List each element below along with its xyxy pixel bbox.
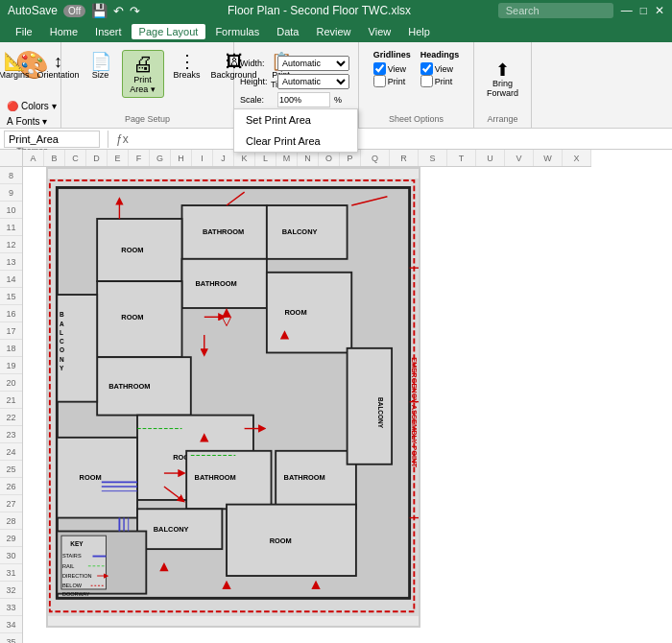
gridlines-view-check[interactable] — [373, 62, 386, 75]
row-header-24: 24 — [0, 443, 22, 461]
col-header-B[interactable]: B — [44, 150, 65, 166]
row-numbers: 8910111213141516171819202122232425262728… — [0, 167, 23, 643]
row-header-21: 21 — [0, 392, 22, 409]
menu-review[interactable]: Review — [308, 24, 358, 39]
row-header-30: 30 — [0, 547, 22, 564]
autosave-toggle[interactable]: Off — [63, 5, 85, 17]
row-header-16: 16 — [0, 305, 22, 322]
redo-icon[interactable]: ↷ — [130, 4, 140, 18]
row-header-18: 18 — [0, 340, 22, 357]
headings-col: Headings View Print — [420, 50, 460, 112]
menu-data[interactable]: Data — [269, 24, 306, 39]
col-header-T[interactable]: T — [447, 150, 476, 166]
menu-file[interactable]: File — [8, 24, 40, 39]
svg-text:O: O — [60, 346, 64, 353]
col-header-R[interactable]: R — [390, 150, 419, 166]
col-header-A[interactable]: A — [23, 150, 44, 166]
menu-view[interactable]: View — [361, 24, 399, 39]
svg-text:BELOW: BELOW — [62, 583, 83, 588]
svg-text:ROOM: ROOM — [121, 246, 143, 254]
headings-print-check[interactable] — [420, 75, 433, 87]
svg-text:BATHROOM: BATHROOM — [195, 474, 236, 483]
bring-forward-btn[interactable]: ⬆ Bring Forward — [476, 59, 529, 101]
svg-text:B: B — [60, 311, 64, 318]
svg-text:DIRECTION: DIRECTION — [62, 573, 92, 579]
col-header-V[interactable]: V — [505, 150, 534, 166]
svg-text:BATHROOM: BATHROOM — [284, 474, 325, 483]
title-bar-right: — □ ✕ — [498, 3, 664, 18]
spreadsheet-area: ABCDEFGHIJKLMNOPQRSTUVWX 891011121314151… — [0, 150, 672, 643]
scale-label: Scale: — [240, 95, 274, 105]
svg-text:RAIL: RAIL — [62, 563, 74, 569]
col-header-W[interactable]: W — [534, 150, 563, 166]
bring-forward-label: Bring Forward — [480, 79, 525, 98]
size-btn[interactable]: 📄 Size — [84, 50, 118, 83]
col-header-U[interactable]: U — [476, 150, 505, 166]
gridlines-print-check[interactable] — [373, 75, 386, 87]
col-header-X[interactable]: X — [563, 150, 591, 166]
col-header-E[interactable]: E — [108, 150, 129, 166]
floor-plan-svg: BATHROOM BALCONY ROOM BATHROOM ROOM — [48, 169, 419, 626]
headings-print-label: Print — [435, 77, 453, 86]
set-print-area-item[interactable]: Set Print Area — [234, 109, 357, 131]
svg-text:BATHROOM: BATHROOM — [195, 279, 236, 288]
row-header-17: 17 — [0, 322, 22, 340]
clear-print-area-item[interactable]: Clear Print Area — [234, 131, 357, 152]
menu-formulas[interactable]: Formulas — [207, 24, 267, 39]
close-btn[interactable]: ✕ — [655, 4, 664, 17]
svg-text:N: N — [60, 356, 64, 363]
col-header-H[interactable]: H — [171, 150, 192, 166]
ribbon-arrange-group: ⬆ Bring Forward Arrange — [474, 42, 532, 128]
col-header-I[interactable]: I — [192, 150, 213, 166]
col-header-D[interactable]: D — [86, 150, 108, 166]
col-header-C[interactable]: C — [65, 150, 86, 166]
svg-text:EMERGENCY ASSEMBLY POINT: EMERGENCY ASSEMBLY POINT — [410, 357, 419, 467]
minimize-btn[interactable]: — — [621, 4, 633, 17]
fonts-btn[interactable]: A Fonts ▾ — [3, 114, 61, 129]
col-header-S[interactable]: S — [419, 150, 447, 166]
height-label: Height: — [240, 77, 274, 86]
row-header-13: 13 — [0, 253, 22, 271]
menu-page-layout[interactable]: Page Layout — [132, 24, 206, 39]
row-header-33: 33 — [0, 599, 22, 616]
maximize-btn[interactable]: □ — [640, 4, 647, 17]
menu-help[interactable]: Help — [400, 24, 438, 39]
svg-text:ROOM: ROOM — [284, 308, 306, 317]
col-header-G[interactable]: G — [150, 150, 171, 166]
svg-text:L: L — [60, 329, 63, 336]
scale-percent-icon: % — [334, 95, 342, 105]
col-header-F[interactable]: F — [129, 150, 150, 166]
search-input[interactable] — [498, 3, 613, 18]
col-header-J[interactable]: J — [213, 150, 234, 166]
width-select[interactable]: Automatic — [277, 56, 349, 71]
breaks-btn[interactable]: ⋮ Breaks — [168, 50, 206, 83]
svg-text:BALCONY: BALCONY — [377, 397, 384, 429]
height-select[interactable]: Automatic — [277, 74, 349, 89]
save-icon[interactable]: 💾 — [91, 3, 108, 18]
headings-view-check[interactable] — [420, 62, 433, 75]
undo-icon[interactable]: ↶ — [113, 4, 124, 18]
formula-bar-divider — [108, 131, 108, 148]
gridlines-view-label: View — [388, 64, 406, 74]
svg-text:ROOM: ROOM — [270, 536, 292, 545]
row-header-32: 32 — [0, 582, 22, 599]
sheet-options-group-label: Sheet Options — [389, 112, 444, 124]
svg-rect-30 — [348, 348, 393, 464]
margins-btn[interactable]: 📐 Margins — [0, 50, 34, 83]
svg-rect-14 — [267, 273, 351, 353]
menu-insert[interactable]: Insert — [87, 24, 130, 39]
name-box[interactable] — [4, 131, 100, 148]
row-header-23: 23 — [0, 426, 22, 443]
menu-bar: File Home Insert Page Layout Formulas Da… — [0, 21, 672, 42]
row-header-14: 14 — [0, 271, 22, 288]
gridlines-print-label: Print — [388, 77, 406, 86]
print-area-btn[interactable]: 🖨 Print Area ▾ — [122, 50, 164, 98]
grid-area[interactable]: BATHROOM BALCONY ROOM BATHROOM ROOM — [23, 167, 672, 643]
col-header-Q[interactable]: Q — [361, 150, 390, 166]
formula-input[interactable] — [132, 132, 672, 146]
menu-home[interactable]: Home — [42, 24, 85, 39]
row-header-34: 34 — [0, 616, 22, 633]
orientation-btn[interactable]: ↕ Orientation — [37, 50, 80, 83]
row-header-29: 29 — [0, 530, 22, 547]
scale-input[interactable] — [277, 92, 330, 107]
